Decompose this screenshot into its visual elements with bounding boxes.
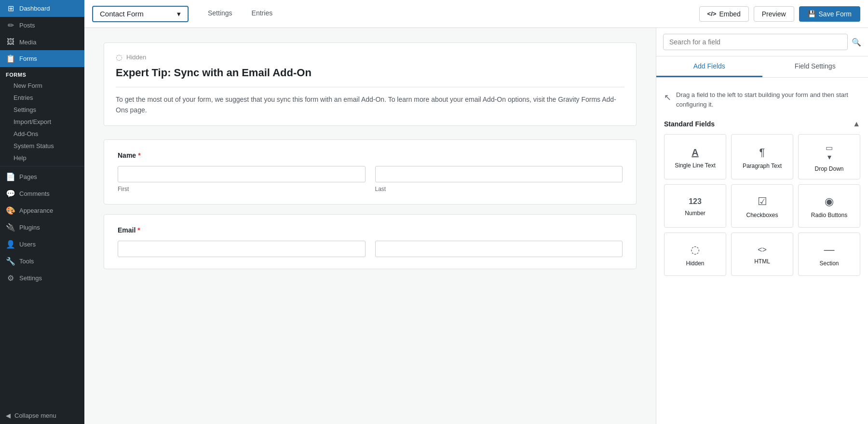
panel-body: ↖ Drag a field to the left to start buil…: [656, 78, 868, 424]
field-card-checkboxes[interactable]: ☑ Checkboxes: [731, 184, 793, 228]
email-required-indicator: *: [137, 226, 140, 234]
field-card-paragraph-text[interactable]: ¶ Paragraph Text: [731, 134, 793, 179]
hidden-icon: ◌: [691, 244, 700, 256]
search-icon[interactable]: 🔍: [852, 38, 861, 47]
email-input-1[interactable]: [118, 241, 366, 257]
sidebar-subitem-system-status[interactable]: System Status: [0, 140, 84, 152]
tools-icon: 🔧: [6, 257, 15, 266]
collapse-icon: ◀: [6, 412, 11, 419]
comments-icon: 💬: [6, 189, 15, 198]
field-card-section[interactable]: — Section: [798, 233, 860, 276]
standard-fields-header: Standard Fields ▲: [664, 117, 860, 134]
sidebar-subitem-help[interactable]: Help: [0, 152, 84, 164]
sidebar-item-appearance[interactable]: 🎨 Appearance: [0, 202, 84, 219]
field-card-drop-down[interactable]: ▭▾ Drop Down: [798, 134, 860, 179]
forms-icon: 📋: [6, 54, 15, 63]
fields-grid: A Single Line Text ¶ Paragraph Text ▭▾ D…: [664, 134, 860, 276]
topbar-right: </> Embed Preview 💾 Save Form: [699, 6, 860, 22]
email-input-col-2: [375, 241, 623, 257]
appearance-icon: 🎨: [6, 206, 15, 215]
field-card-html[interactable]: <> HTML: [731, 233, 793, 276]
panel-tabs: Add Fields Field Settings: [656, 56, 868, 78]
sidebar: ⊞ Dashboard ✏ Posts 🖼 Media 📋 Forms Form…: [0, 0, 84, 424]
field-card-number[interactable]: 123 Number: [664, 184, 726, 228]
media-icon: 🖼: [6, 38, 15, 46]
single-line-text-icon: A: [692, 147, 698, 158]
email-input-2[interactable]: [375, 241, 623, 257]
radio-buttons-icon: ◉: [825, 195, 834, 208]
tab-entries[interactable]: Entries: [242, 9, 283, 18]
last-name-col: Last: [375, 166, 623, 192]
sidebar-item-plugins[interactable]: 🔌 Plugins: [0, 219, 84, 236]
sidebar-subitem-entries[interactable]: Entries: [0, 92, 84, 104]
save-form-button[interactable]: 💾 Save Form: [799, 6, 860, 22]
drop-down-icon: ▭▾: [826, 143, 833, 162]
notice-header: ◌ Hidden: [116, 53, 624, 62]
field-search-box: 🔍: [656, 28, 868, 56]
name-field-block: Name* First Last: [104, 139, 637, 205]
sidebar-subitem-import-export[interactable]: Import/Export: [0, 116, 84, 128]
plugins-icon: 🔌: [6, 223, 15, 232]
dashboard-icon: ⊞: [6, 4, 15, 13]
field-card-hidden[interactable]: ◌ Hidden: [664, 233, 726, 276]
email-field-row: [118, 241, 623, 257]
sidebar-item-pages[interactable]: 📄 Pages: [0, 168, 84, 185]
sidebar-item-settings[interactable]: ⚙ Settings: [0, 270, 84, 287]
notice-title: Expert Tip: Sync with an Email Add-On: [116, 67, 624, 79]
sidebar-subitem-settings[interactable]: Settings: [0, 104, 84, 116]
notice-body: To get the most out of your form, we sug…: [116, 94, 624, 116]
tab-add-fields[interactable]: Add Fields: [656, 56, 762, 77]
chevron-down-icon: ▾: [177, 10, 181, 18]
settings-icon: ⚙: [6, 274, 15, 283]
name-field-row: First Last: [118, 166, 623, 192]
field-card-radio-buttons[interactable]: ◉ Radio Buttons: [798, 184, 860, 228]
hidden-field-icon: ◌: [116, 53, 122, 62]
sidebar-subitem-new-form[interactable]: New Form: [0, 80, 84, 92]
tab-field-settings[interactable]: Field Settings: [762, 56, 868, 77]
last-name-input[interactable]: [375, 166, 623, 182]
last-name-sublabel: Last: [375, 186, 623, 192]
preview-button[interactable]: Preview: [754, 6, 794, 22]
field-card-single-line-text[interactable]: A Single Line Text: [664, 134, 726, 179]
topbar: Contact Form ▾ Settings Entries </> Embe…: [84, 0, 868, 28]
html-icon: <>: [758, 246, 767, 254]
first-name-col: First: [118, 166, 366, 192]
drag-hint: ↖ Drag a field to the left to start buil…: [664, 85, 860, 117]
first-name-input[interactable]: [118, 166, 366, 182]
right-panel: 🔍 Add Fields Field Settings ↖ Drag a fie…: [656, 28, 868, 424]
paragraph-text-icon: ¶: [760, 146, 765, 159]
email-input-col-1: [118, 241, 366, 257]
form-editor: ◌ Hidden Expert Tip: Sync with an Email …: [84, 28, 656, 424]
sidebar-item-dashboard[interactable]: ⊞ Dashboard: [0, 0, 84, 17]
sidebar-item-tools[interactable]: 🔧 Tools: [0, 253, 84, 270]
number-icon: 123: [689, 197, 702, 206]
embed-button[interactable]: </> Embed: [699, 6, 749, 22]
users-icon: 👤: [6, 240, 15, 249]
topbar-tabs: Settings Entries: [198, 9, 282, 18]
hidden-label: Hidden: [126, 54, 146, 61]
forms-section-label: Forms: [0, 67, 84, 80]
sidebar-item-forms[interactable]: 📋 Forms: [0, 50, 84, 67]
name-field-label: Name*: [118, 151, 623, 159]
cursor-icon: ↖: [664, 91, 671, 104]
tab-settings[interactable]: Settings: [198, 9, 242, 18]
section-toggle-icon[interactable]: ▲: [853, 120, 860, 128]
sidebar-item-comments[interactable]: 💬 Comments: [0, 185, 84, 202]
sidebar-item-media[interactable]: 🖼 Media: [0, 34, 84, 50]
email-field-label: Email*: [118, 226, 623, 234]
posts-icon: ✏: [6, 21, 15, 30]
sidebar-item-posts[interactable]: ✏ Posts: [0, 17, 84, 34]
sidebar-item-users[interactable]: 👤 Users: [0, 236, 84, 253]
embed-code-icon: </>: [707, 10, 717, 17]
save-icon: 💾: [808, 10, 816, 18]
first-name-sublabel: First: [118, 186, 366, 192]
expert-tip-notice: ◌ Hidden Expert Tip: Sync with an Email …: [104, 42, 637, 126]
form-selector[interactable]: Contact Form ▾: [92, 6, 189, 22]
sidebar-subitem-add-ons[interactable]: Add-Ons: [0, 128, 84, 140]
search-input[interactable]: [663, 34, 848, 50]
main-wrapper: Contact Form ▾ Settings Entries </> Embe…: [84, 0, 868, 424]
topbar-left: Contact Form ▾ Settings Entries: [92, 6, 282, 22]
required-indicator: *: [138, 151, 140, 159]
collapse-menu-button[interactable]: ◀ Collapse menu: [0, 407, 84, 424]
form-name: Contact Form: [100, 10, 144, 18]
